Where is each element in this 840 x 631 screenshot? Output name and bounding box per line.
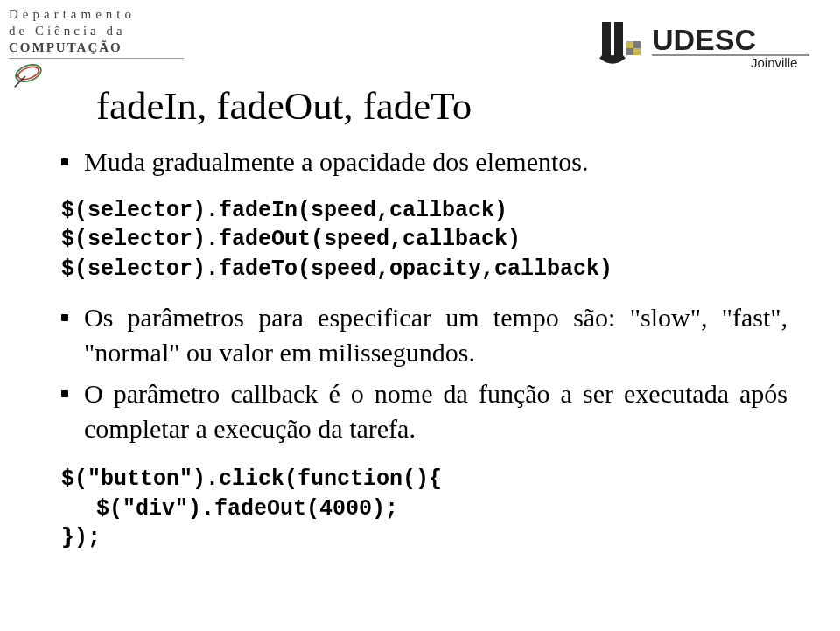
code-line: $(selector).fadeIn(speed,callback)	[61, 196, 788, 226]
code-line: $(selector).fadeOut(speed,callback)	[61, 225, 788, 255]
slide-content: fadeIn, fadeOut, fadeTo Muda gradualment…	[0, 83, 840, 553]
bullet-1: Muda gradualmente a opacidade dos elemen…	[61, 144, 788, 180]
bullet-2: Os parâmetros para especificar um tempo …	[61, 300, 788, 371]
bullet-icon	[61, 158, 68, 165]
dept-line1: Departamento	[9, 7, 192, 22]
svg-rect-7	[634, 48, 640, 55]
dept-line2: de Ciência da	[9, 24, 192, 39]
slide-title: fadeIn, fadeOut, fadeTo	[96, 83, 788, 129]
code-line: $(selector).fadeTo(speed,opacity,callbac…	[61, 255, 788, 284]
svg-point-1	[17, 65, 40, 82]
bullet-2-text: Os parâmetros para especificar um tempo …	[84, 300, 788, 371]
code-line: $("div").fadeOut(4000);	[96, 494, 788, 524]
bullet-icon	[61, 390, 68, 397]
campus-text: Joinville	[751, 55, 797, 70]
department-logo: Departamento de Ciência da COMPUTAÇÃO	[9, 7, 192, 59]
svg-rect-3	[602, 22, 611, 55]
university-logo: UDESC Joinville	[595, 13, 822, 70]
svg-rect-4	[614, 22, 623, 55]
bullet-3-text: O parâmetro callback é o nome da função …	[84, 376, 788, 447]
svg-point-0	[14, 61, 44, 85]
svg-text:UDESC: UDESC	[652, 23, 756, 56]
svg-rect-6	[626, 41, 634, 48]
code-block-1: $(selector).fadeIn(speed,callback) $(sel…	[61, 196, 788, 284]
swirl-icon	[13, 58, 44, 88]
bullet-icon	[61, 314, 68, 321]
bullet-3: O parâmetro callback é o nome da função …	[61, 376, 788, 447]
code-block-2: $("button").click(function(){ $("div").f…	[61, 465, 788, 553]
code-line: $("button").click(function(){	[61, 465, 788, 494]
dept-line3: COMPUTAÇÃO	[9, 40, 192, 55]
slide-header: Departamento de Ciência da COMPUTAÇÃO UD…	[0, 0, 840, 79]
bullet-1-text: Muda gradualmente a opacidade dos elemen…	[84, 144, 588, 180]
code-line: });	[61, 523, 788, 553]
